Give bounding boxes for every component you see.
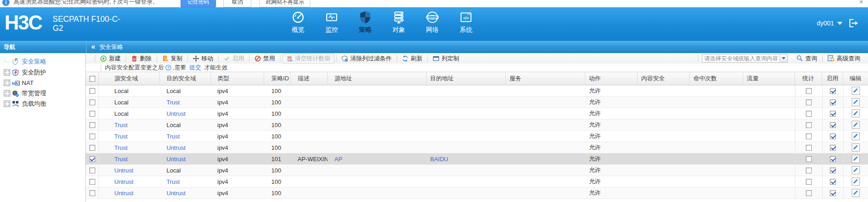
edit-button[interactable] — [852, 98, 860, 106]
expand-plus-icon[interactable] — [4, 69, 10, 76]
stats-checkbox[interactable] — [806, 168, 812, 173]
stats-checkbox[interactable] — [806, 145, 812, 151]
table-row[interactable]: LocalUntrustipv4100允许 — [86, 108, 868, 119]
enable-checkbox[interactable] — [830, 111, 836, 117]
stats-checkbox[interactable] — [806, 133, 812, 139]
stats-checkbox[interactable] — [806, 99, 812, 105]
sidebar-item-shieldbolt[interactable]: 安全防护 — [0, 68, 85, 77]
cell-src-zone[interactable]: Trust — [99, 142, 160, 153]
cell-dst-zone[interactable]: Trust — [160, 176, 211, 187]
table-row[interactable]: UntrustUntrustipv4100允许 — [86, 187, 868, 199]
zone-search-combobox[interactable] — [702, 54, 788, 63]
collapse-sidebar-button[interactable]: « — [91, 41, 95, 53]
stats-checkbox[interactable] — [806, 179, 812, 185]
enable-checkbox[interactable] — [830, 88, 836, 94]
tab-security-policy[interactable]: 安全策略 — [99, 41, 123, 53]
remember-password-button[interactable]: 记住密码 — [181, 0, 216, 7]
enable-checkbox[interactable] — [830, 122, 836, 128]
table-row[interactable]: TrustUntrustipv4101AP-WEIXINAPBAIDU允许 — [86, 153, 868, 165]
toolbar-button-plus[interactable]: 新建 — [95, 54, 126, 63]
nav-item-servers[interactable]: 对象 — [382, 10, 416, 34]
stats-checkbox[interactable] — [806, 88, 812, 94]
row-checkbox[interactable] — [89, 190, 95, 196]
row-checkbox[interactable] — [89, 145, 95, 151]
row-checkbox[interactable] — [89, 111, 95, 117]
sidebar-item-nat[interactable]: NATNAT — [0, 78, 85, 88]
expand-plus-icon[interactable] — [4, 90, 10, 97]
row-checkbox[interactable] — [89, 99, 95, 105]
cell-src-address[interactable]: AP — [328, 153, 427, 164]
edit-button[interactable] — [852, 143, 860, 152]
enable-checkbox[interactable] — [830, 168, 836, 173]
sidebar-item-balance[interactable]: 负载均衡 — [0, 99, 85, 108]
search-input[interactable] — [702, 55, 780, 62]
cell-src-zone[interactable]: Untrust — [99, 187, 160, 198]
sidebar-item-shieldflag[interactable]: 安全策略 — [0, 57, 85, 66]
toolbar-button-columns[interactable]: 列定制 — [428, 54, 464, 63]
edit-button[interactable] — [852, 132, 860, 140]
row-checkbox[interactable] — [89, 156, 95, 162]
submit-link[interactable]: 提交 — [189, 64, 201, 72]
enable-checkbox[interactable] — [830, 133, 836, 139]
nav-item-shield[interactable]: 策略 — [348, 10, 382, 34]
edit-button[interactable] — [852, 177, 860, 186]
stats-checkbox[interactable] — [806, 111, 812, 117]
table-row[interactable]: LocalLocalipv4100允许 — [86, 85, 868, 97]
cell-dst-zone[interactable]: Untrust — [160, 187, 211, 198]
edit-button[interactable] — [852, 87, 860, 95]
advanced-query-button[interactable]: 高级查询 — [823, 54, 865, 63]
nav-item-monitor[interactable]: 监控 — [315, 10, 348, 34]
edit-button[interactable] — [852, 189, 860, 197]
select-all-checkbox[interactable] — [89, 76, 95, 82]
edit-button[interactable] — [852, 166, 860, 174]
cell-dst-zone[interactable]: Trust — [160, 97, 211, 108]
cell-src-zone[interactable]: Untrust — [99, 165, 160, 176]
enable-checkbox[interactable] — [830, 179, 836, 185]
stats-checkbox[interactable] — [806, 190, 812, 196]
cell-src-zone[interactable]: Trust — [99, 153, 160, 164]
cell-src-zone[interactable]: Trust — [99, 131, 160, 142]
toolbar-button-move[interactable]: 移动 — [188, 54, 218, 63]
row-checkbox[interactable] — [89, 179, 95, 185]
toolbar-button-ban[interactable]: 禁用 — [250, 54, 280, 63]
logout-icon[interactable] — [848, 18, 858, 30]
toolbar-button-copy[interactable]: 复制 — [157, 54, 187, 63]
toolbar-button-trash[interactable]: 删除 — [126, 54, 157, 63]
expand-plus-icon[interactable] — [4, 79, 10, 86]
help-icon[interactable]: ? — [165, 64, 172, 71]
sidebar-item-globegear[interactable]: 带宽管理 — [0, 89, 85, 98]
table-row[interactable]: TrustTrustipv4100允许 — [86, 131, 868, 142]
row-checkbox[interactable] — [89, 133, 95, 139]
table-row[interactable]: TrustLocalipv4100允许 — [86, 119, 868, 131]
table-row[interactable]: TrustUntrustipv4100允许 — [86, 142, 868, 153]
chevron-down-icon[interactable] — [780, 54, 787, 62]
table-row[interactable]: UntrustLocalipv4100允许 — [86, 165, 868, 176]
enable-checkbox[interactable] — [830, 145, 836, 151]
edit-button[interactable] — [852, 155, 860, 163]
row-checkbox[interactable] — [89, 88, 95, 94]
never-prompt-button[interactable]: 此网站不再提示 — [260, 0, 310, 7]
nav-item-gauge[interactable]: 概览 — [281, 10, 315, 34]
toolbar-button-filter[interactable]: 清除列过滤条件 — [337, 54, 397, 63]
cell-src-zone[interactable]: Untrust — [99, 176, 160, 187]
row-checkbox[interactable] — [89, 122, 95, 128]
edit-button[interactable] — [852, 109, 860, 118]
cell-src-zone[interactable]: Trust — [99, 119, 160, 130]
nav-item-globe[interactable]: INTERNET网络 — [416, 10, 449, 34]
expand-plus-icon[interactable] — [4, 100, 10, 107]
table-row[interactable]: UntrustTrustipv4100允许 — [86, 176, 868, 187]
cancel-button[interactable]: 取消 — [223, 0, 251, 7]
cell-dst-zone[interactable]: Untrust — [160, 142, 211, 153]
query-button[interactable]: 查询 — [791, 54, 822, 63]
nav-item-code[interactable]: </>系统 — [449, 10, 483, 34]
edit-button[interactable] — [852, 121, 860, 129]
user-menu[interactable]: dy001 — [817, 20, 843, 27]
cell-dst-zone[interactable]: Untrust — [160, 108, 211, 119]
cell-dst-address[interactable]: BAIDU — [427, 153, 506, 164]
enable-checkbox[interactable] — [830, 99, 836, 105]
close-icon[interactable]: × — [859, 0, 863, 5]
row-checkbox[interactable] — [89, 168, 95, 173]
enable-checkbox[interactable] — [830, 190, 836, 196]
stats-checkbox[interactable] — [806, 122, 812, 128]
table-row[interactable]: LocalTrustipv4100允许 — [86, 97, 868, 108]
